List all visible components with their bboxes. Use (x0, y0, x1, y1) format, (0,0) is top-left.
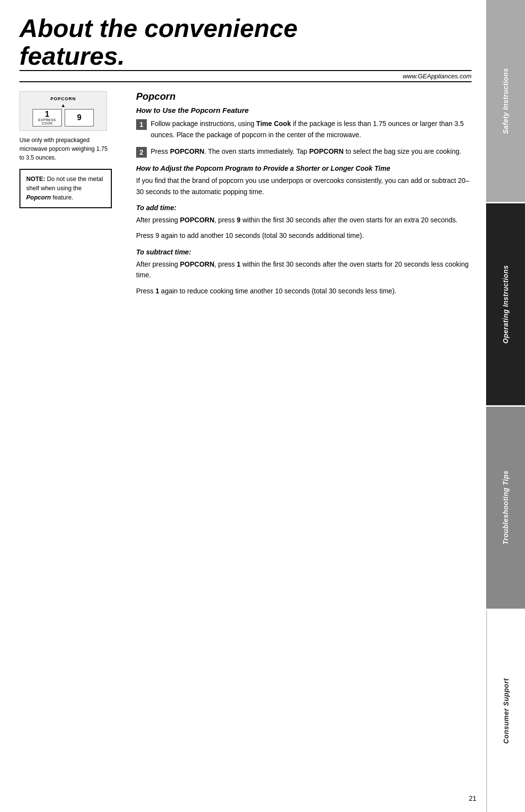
sidebar-operating-label: Operating Instructions (502, 265, 509, 343)
step1-text-pre: Follow package instructions, using (151, 120, 256, 127)
adjust-body: If you find that the brand of popcorn yo… (136, 175, 472, 197)
header-rule: www.GEAppliances.com (19, 70, 472, 82)
step2-bold2: POPCORN (309, 147, 344, 155)
step2-rest: to select the bag size you are cooking. (344, 147, 461, 155)
adjust-title: How to Adjust the Popcorn Program to Pro… (136, 164, 472, 172)
keypad-caption: Use only with prepackaged microwave popc… (19, 136, 112, 162)
sidebar-safety: Safety Instructions (486, 0, 525, 203)
sidebar-consumer: Consumer Support (486, 610, 525, 812)
step-2-text: Press POPCORN. The oven starts immediate… (151, 146, 461, 158)
subtract-body1: After pressing POPCORN, press 1 within t… (136, 259, 472, 281)
right-column: Popcorn How to Use the Popcorn Feature 1… (136, 91, 472, 301)
keypad-illustration: POPCORN ▲ 1 EXPRESS COOK 9 (19, 91, 107, 131)
sidebar-troubleshooting-label: Troubleshooting Tips (502, 470, 509, 545)
step2-pre: Press (151, 147, 170, 155)
add-time-body1: After pressing POPCORN, press 9 within t… (136, 215, 472, 225)
keypad-btn-1: 1 EXPRESS COOK (33, 109, 62, 126)
note-text2: feature. (52, 194, 73, 201)
page-number: 21 (469, 794, 476, 802)
subtract-body2: Press 1 again to reduce cooking time ano… (136, 286, 472, 296)
subtract-bold2: 1 (237, 260, 241, 268)
left-column: POPCORN ▲ 1 EXPRESS COOK 9 Use only with… (19, 91, 126, 301)
add-time-bold1: POPCORN (180, 216, 214, 224)
note-box: NOTE: Do not use the metal shelf when us… (19, 169, 112, 208)
title-line1: About the convenience (19, 15, 472, 42)
add-time-rest: within the first 30 seconds after the ov… (241, 216, 458, 224)
website-url: www.GEAppliances.com (402, 72, 472, 80)
subtract-mid: , press (214, 260, 237, 268)
page-title: About the convenience features. (19, 15, 472, 70)
subtract2-pre: Press (136, 287, 156, 295)
add-time-mid: , press (214, 216, 237, 224)
step-1: 1 Follow package instructions, using Tim… (136, 118, 472, 140)
keypad-triangle: ▲ (26, 103, 101, 108)
step-num-1: 1 (136, 119, 147, 130)
btn-num-1: 1 (45, 110, 50, 118)
btn-sub-1: EXPRESS COOK (33, 118, 61, 125)
main-content: About the convenience features. www.GEAp… (0, 0, 486, 812)
subtract2-rest: again to reduce cooking time another 10 … (159, 287, 396, 295)
sidebar-safety-label: Safety Instructions (502, 68, 509, 134)
add-time-bold2: 9 (237, 216, 241, 224)
step-1-text: Follow package instructions, using Time … (151, 118, 472, 140)
how-to-title: How to Use the Popcorn Feature (136, 106, 472, 114)
add-time-body2: Press 9 again to add another 10 seconds … (136, 230, 472, 241)
step2-mid: . The oven starts immediately. Tap (204, 147, 309, 155)
sidebar-troubleshooting: Troubleshooting Tips (486, 407, 525, 610)
subtract-time-title: To subtract time: (136, 248, 472, 256)
subtract-pre: After pressing (136, 260, 180, 268)
subtract-bold1: POPCORN (180, 260, 214, 268)
sidebar-operating: Operating Instructions (486, 203, 525, 407)
step1-bold: Time Cook (256, 120, 291, 127)
keypad-btn-9: 9 (65, 109, 94, 126)
add-time-pre: After pressing (136, 216, 180, 224)
note-label: NOTE: (26, 176, 45, 182)
title-line2: features. (19, 42, 472, 70)
step2-bold1: POPCORN (170, 147, 205, 155)
keypad-buttons: 1 EXPRESS COOK 9 (26, 109, 101, 126)
sidebar: Safety Instructions Operating Instructio… (486, 0, 525, 812)
note-bold: Popcorn (26, 194, 51, 201)
step-2: 2 Press POPCORN. The oven starts immedia… (136, 146, 472, 158)
add-time-title: To add time: (136, 204, 472, 212)
sidebar-consumer-label: Consumer Support (502, 678, 510, 744)
step-num-2: 2 (136, 147, 147, 158)
two-column-layout: POPCORN ▲ 1 EXPRESS COOK 9 Use only with… (19, 91, 472, 301)
btn-num-9: 9 (77, 113, 82, 122)
popcorn-section-title: Popcorn (136, 91, 472, 102)
keypad-label: POPCORN (26, 96, 101, 101)
